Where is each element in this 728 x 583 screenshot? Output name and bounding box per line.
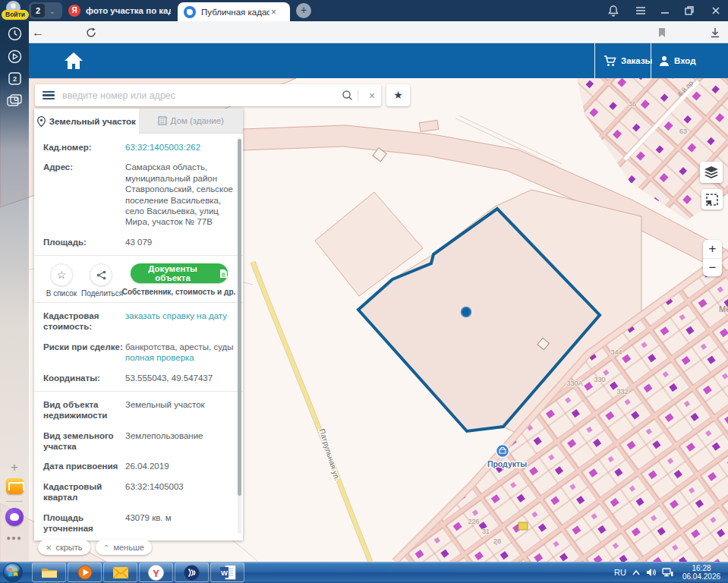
cadastral-number-link[interactable]: 63:32:1405003:262 xyxy=(125,142,237,153)
tabs-panel-icon[interactable]: 2 xyxy=(0,72,29,85)
tab-counter[interactable]: 2 ⌄ xyxy=(29,2,62,19)
panel-divider xyxy=(34,391,243,392)
language-indicator[interactable]: RU xyxy=(614,568,626,577)
extent-button[interactable] xyxy=(701,189,723,210)
sidebar-divider xyxy=(6,501,23,502)
shop-poi-icon[interactable] xyxy=(496,445,509,458)
browser-sidebar: 2 + ••• xyxy=(0,21,29,562)
taskbar-word-button[interactable]: W xyxy=(210,563,244,582)
browser-menu-icon[interactable] xyxy=(635,5,648,17)
sidebar-add-icon[interactable]: + xyxy=(0,460,29,475)
menu-icon[interactable] xyxy=(43,91,55,100)
search-divider xyxy=(358,90,358,102)
row-value: банкротства, аресты, суды полная проверк… xyxy=(125,342,237,364)
downloads-button[interactable] xyxy=(706,21,724,43)
less-label: меньше xyxy=(113,543,143,552)
search-bar: × xyxy=(35,84,381,106)
share-action[interactable]: Поделиться xyxy=(81,263,121,298)
radio-waves-icon xyxy=(184,565,200,581)
login-label: Вход xyxy=(674,56,695,65)
back-button[interactable]: ← xyxy=(29,21,47,43)
info-row: Координаты: 53.555043, 49.547437 xyxy=(34,368,243,388)
history-icon[interactable] xyxy=(0,27,29,41)
tray-date: 06.04.2026 xyxy=(679,572,723,581)
taskbar-explorer-button[interactable] xyxy=(32,563,66,582)
taskbar-yandex-browser-button[interactable]: Y xyxy=(139,563,173,582)
tab-close-icon[interactable]: × xyxy=(271,7,276,17)
zoom-out-button[interactable]: − xyxy=(703,258,722,276)
taskbar: Y W RU xyxy=(0,562,728,583)
layers-button[interactable] xyxy=(700,162,723,183)
row-label: Вид земельного участка xyxy=(43,430,125,452)
yandex-browser-icon: Y xyxy=(148,565,164,581)
parcel-number: 226 xyxy=(468,518,479,525)
sidebar-more-icon[interactable]: ••• xyxy=(0,532,29,544)
network-icon[interactable] xyxy=(662,568,673,577)
star-outline-icon[interactable]: ☆ xyxy=(50,263,73,286)
tab-photo-parcel[interactable]: Я фото участка по кадастр xyxy=(68,0,175,21)
layers-icon xyxy=(704,166,718,178)
clear-search-icon[interactable]: × xyxy=(363,90,381,102)
search-input[interactable] xyxy=(62,90,342,101)
info-row: Площадь: 43 079 xyxy=(34,232,243,252)
scrollbar-thumb[interactable] xyxy=(238,139,241,496)
screenshot-icon[interactable] xyxy=(0,94,29,107)
clock[interactable]: 16:28 06.04.2026 xyxy=(679,564,723,581)
object-documents-button[interactable]: Документы объекта xyxy=(131,263,228,283)
refresh-button[interactable] xyxy=(82,21,100,43)
collapse-panel-button[interactable]: ⌃ меньше xyxy=(96,540,152,555)
tab-building[interactable]: Дом (здание) xyxy=(139,109,244,134)
minimize-button[interactable] xyxy=(659,5,673,17)
person-icon xyxy=(659,55,670,67)
tab-land-parcel[interactable]: Земельный участок xyxy=(34,109,139,134)
row-value: Самарская область, муниципальный район С… xyxy=(125,162,237,227)
documents-label: Документы объекта xyxy=(131,264,216,282)
login-button[interactable]: Вход xyxy=(659,43,695,78)
bookmark-icon[interactable] xyxy=(653,21,671,43)
info-row: Площадь уточненная 43079 кв. м xyxy=(34,508,243,539)
document-icon xyxy=(219,269,228,279)
hide-panel-button[interactable]: ✕ скрыть xyxy=(38,540,90,555)
row-value: 26.04.2019 xyxy=(125,461,237,471)
taskbar-media-player-button[interactable] xyxy=(68,563,102,582)
info-row: Вид объекта недвижимости Земельный участ… xyxy=(34,395,243,426)
orders-button[interactable]: Заказы xyxy=(604,43,652,78)
tab-cadastral-map-active[interactable]: Публичная кадастров × xyxy=(178,2,290,21)
risks-value: банкротства, аресты, суды xyxy=(125,342,234,351)
start-button[interactable] xyxy=(3,563,23,582)
folder-icon xyxy=(41,566,58,579)
documents-action: Документы объекта Собственник, стоимость… xyxy=(121,263,237,298)
location-pin-icon xyxy=(37,116,46,127)
home-button[interactable] xyxy=(59,46,88,75)
notifications-icon[interactable] xyxy=(607,5,621,17)
tab-label: Дом (здание) xyxy=(171,116,224,125)
yandex-mail-icon[interactable] xyxy=(0,478,29,494)
panel-divider xyxy=(34,302,243,303)
favorites-button[interactable]: ★ xyxy=(386,84,410,106)
media-panel-icon[interactable] xyxy=(0,49,29,64)
close-button[interactable] xyxy=(710,5,723,17)
taskbar-mail-button[interactable] xyxy=(103,563,137,582)
new-tab-button[interactable]: + xyxy=(296,3,311,18)
zoom-in-button[interactable]: + xyxy=(703,240,722,258)
parcel-number: 31 xyxy=(482,528,490,535)
row-value: 63:32:1405003 xyxy=(125,481,237,503)
restore-button[interactable] xyxy=(683,5,697,17)
parcel-number: 36 xyxy=(629,100,636,108)
add-to-list-action[interactable]: ☆ В список xyxy=(42,263,81,298)
row-value: 53.555043, 49.547437 xyxy=(125,373,237,383)
row-value: Землепользование xyxy=(125,430,237,452)
chevron-down-icon[interactable]: ⌄ xyxy=(49,8,57,15)
order-certificate-link[interactable]: заказать справку на дату xyxy=(125,310,237,332)
search-icon[interactable] xyxy=(342,90,353,101)
login-badge[interactable]: Войти xyxy=(2,10,29,20)
taskbar-radio-button[interactable] xyxy=(175,563,209,582)
info-row: Адрес: Самарская область, муниципальный … xyxy=(34,157,243,232)
full-check-link[interactable]: полная проверка xyxy=(125,353,194,362)
hidden-icons-chevron[interactable] xyxy=(632,570,640,575)
volume-icon[interactable] xyxy=(646,568,656,577)
alice-assistant-icon[interactable] xyxy=(0,508,29,526)
system-tray: RU 16:28 06.04.2026 xyxy=(614,562,728,583)
info-row: Кадастровая стоимость: заказать справку … xyxy=(34,306,243,337)
share-icon[interactable] xyxy=(90,263,112,286)
